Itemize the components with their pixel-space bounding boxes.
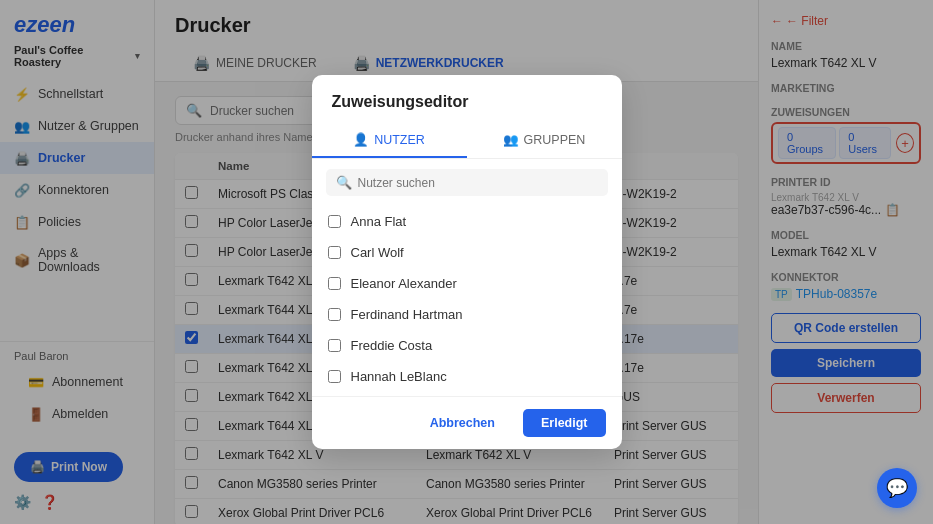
modal-footer: Abbrechen Erledigt	[312, 396, 622, 449]
modal-title: Zuweisungseditor	[312, 75, 622, 123]
modal-tab-gruppen[interactable]: 👥 GRUPPEN	[467, 123, 622, 158]
modal-cancel-button[interactable]: Abbrechen	[412, 409, 513, 437]
modal-tab-nutzer[interactable]: 👤 NUTZER	[312, 123, 467, 158]
modal-search-input[interactable]	[358, 176, 598, 190]
user-checkbox[interactable]	[328, 308, 341, 321]
modal-overlay: Zuweisungseditor 👤 NUTZER 👥 GRUPPEN 🔍 An…	[0, 0, 933, 524]
chat-button[interactable]: 💬	[877, 468, 917, 508]
groups-tab-icon: 👥	[503, 132, 519, 147]
modal-user-item[interactable]: Ferdinand Hartman	[312, 299, 622, 330]
modal-search-icon: 🔍	[336, 175, 352, 190]
modal-user-item[interactable]: Freddie Costa	[312, 330, 622, 361]
user-checkbox[interactable]	[328, 215, 341, 228]
user-name-label: Hannah LeBlanc	[351, 369, 447, 384]
modal-tab-bar: 👤 NUTZER 👥 GRUPPEN	[312, 123, 622, 159]
modal-user-item[interactable]: Eleanor Alexander	[312, 268, 622, 299]
modal-user-item[interactable]: Anna Flat	[312, 206, 622, 237]
modal-search-bar[interactable]: 🔍	[326, 169, 608, 196]
user-checkbox[interactable]	[328, 370, 341, 383]
modal-user-list: Anna Flat Carl Wolf Eleanor Alexander Fe…	[312, 202, 622, 396]
chat-icon: 💬	[886, 477, 908, 499]
modal-user-item[interactable]: Carl Wolf	[312, 237, 622, 268]
modal-save-button[interactable]: Erledigt	[523, 409, 606, 437]
user-checkbox[interactable]	[328, 339, 341, 352]
user-name-label: Ferdinand Hartman	[351, 307, 463, 322]
user-name-label: Carl Wolf	[351, 245, 404, 260]
user-name-label: Anna Flat	[351, 214, 407, 229]
assignment-editor-modal: Zuweisungseditor 👤 NUTZER 👥 GRUPPEN 🔍 An…	[312, 75, 622, 449]
user-name-label: Freddie Costa	[351, 338, 433, 353]
user-checkbox[interactable]	[328, 277, 341, 290]
user-name-label: Eleanor Alexander	[351, 276, 457, 291]
user-checkbox[interactable]	[328, 246, 341, 259]
modal-user-item[interactable]: Hannah LeBlanc	[312, 361, 622, 392]
user-tab-icon: 👤	[353, 132, 369, 147]
